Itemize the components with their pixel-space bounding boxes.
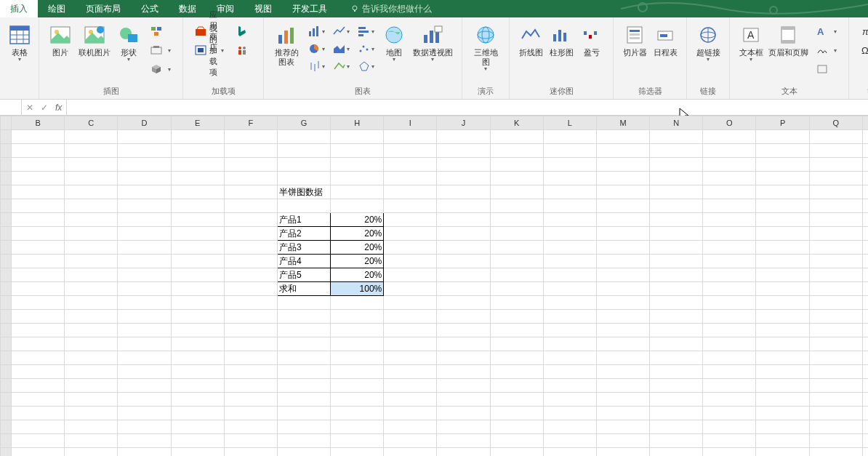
cell[interactable] — [12, 213, 65, 227]
cell[interactable] — [437, 172, 490, 185]
cell[interactable] — [277, 365, 330, 379]
cell[interactable] — [490, 324, 543, 337]
cell[interactable] — [543, 379, 596, 393]
cell[interactable] — [862, 144, 868, 158]
cell[interactable] — [543, 185, 596, 199]
cell[interactable] — [331, 310, 384, 324]
cell[interactable] — [12, 365, 65, 379]
cell[interactable] — [650, 185, 703, 199]
cell[interactable] — [437, 393, 490, 407]
cell[interactable] — [437, 282, 490, 296]
cell[interactable] — [384, 282, 437, 296]
cell[interactable]: 产品1 — [277, 213, 330, 227]
cell[interactable] — [118, 282, 171, 296]
cell[interactable] — [437, 448, 490, 457]
cell[interactable] — [277, 379, 330, 393]
cell[interactable]: 求和 — [277, 282, 330, 296]
header-footer-button[interactable]: 页眉和页脚 — [766, 22, 810, 57]
cell[interactable] — [490, 434, 543, 448]
cell[interactable] — [596, 420, 649, 434]
cell[interactable] — [596, 241, 649, 255]
cell[interactable] — [543, 407, 596, 420]
cell[interactable] — [596, 282, 649, 296]
cell[interactable] — [862, 130, 868, 144]
cell[interactable] — [224, 144, 277, 158]
cell[interactable] — [809, 365, 862, 379]
cell[interactable] — [490, 255, 543, 268]
cell[interactable] — [490, 185, 543, 199]
cell[interactable] — [650, 393, 703, 407]
cell[interactable] — [596, 407, 649, 420]
object-button[interactable] — [813, 61, 840, 77]
cell[interactable] — [756, 393, 809, 407]
cell[interactable] — [118, 310, 171, 324]
pie-chart-button[interactable]: ▾ — [306, 41, 326, 57]
cell[interactable] — [331, 296, 384, 310]
cell[interactable] — [650, 296, 703, 310]
cell[interactable] — [224, 282, 277, 296]
cell[interactable] — [171, 241, 224, 255]
cell[interactable] — [756, 420, 809, 434]
column-header[interactable]: F — [224, 116, 277, 130]
cell[interactable] — [384, 351, 437, 365]
cell[interactable] — [331, 365, 384, 379]
cell[interactable] — [224, 199, 277, 213]
cell[interactable] — [809, 420, 862, 434]
cell[interactable] — [224, 241, 277, 255]
cell[interactable] — [331, 158, 384, 172]
cell[interactable] — [224, 407, 277, 420]
cell[interactable] — [490, 337, 543, 351]
cell[interactable] — [65, 241, 118, 255]
cell[interactable] — [703, 434, 756, 448]
column-header[interactable]: L — [543, 116, 596, 130]
timeline-button[interactable]: 日程表 — [650, 22, 680, 57]
cell[interactable] — [756, 407, 809, 420]
cell[interactable] — [809, 324, 862, 337]
cell[interactable] — [224, 172, 277, 185]
cell[interactable] — [756, 448, 809, 457]
cell[interactable] — [490, 379, 543, 393]
cell[interactable] — [384, 213, 437, 227]
cell[interactable] — [437, 144, 490, 158]
cell[interactable] — [171, 213, 224, 227]
cell[interactable] — [65, 213, 118, 227]
cell[interactable]: 20% — [331, 241, 384, 255]
cell[interactable] — [331, 130, 384, 144]
cell[interactable]: 半饼图数据 — [277, 185, 330, 199]
cell[interactable] — [331, 144, 384, 158]
cell[interactable] — [490, 158, 543, 172]
cell[interactable] — [703, 255, 756, 268]
cell[interactable] — [384, 393, 437, 407]
cell[interactable] — [277, 144, 330, 158]
cell[interactable] — [596, 268, 649, 282]
cell[interactable] — [650, 434, 703, 448]
cell[interactable] — [756, 365, 809, 379]
cell[interactable] — [171, 420, 224, 434]
cell[interactable] — [12, 130, 65, 144]
cell[interactable] — [756, 296, 809, 310]
cell[interactable] — [756, 379, 809, 393]
cell[interactable] — [596, 130, 649, 144]
cell[interactable] — [543, 296, 596, 310]
cell[interactable] — [65, 227, 118, 241]
cell[interactable] — [490, 407, 543, 420]
name-box[interactable] — [0, 100, 22, 115]
enter-button[interactable]: ✓ — [41, 103, 48, 113]
map3d-button[interactable]: 三维地 图 ▾ — [468, 22, 503, 72]
column-header[interactable]: D — [118, 116, 171, 130]
cell[interactable] — [437, 213, 490, 227]
cell[interactable] — [65, 434, 118, 448]
cell[interactable] — [862, 268, 868, 282]
cell[interactable] — [118, 420, 171, 434]
cell[interactable] — [703, 337, 756, 351]
cell[interactable] — [703, 420, 756, 434]
cell[interactable] — [596, 310, 649, 324]
cell[interactable] — [809, 130, 862, 144]
signature-button[interactable]: ▾ — [813, 42, 840, 58]
cell[interactable] — [703, 268, 756, 282]
cell[interactable] — [490, 227, 543, 241]
cell[interactable]: 产品5 — [277, 268, 330, 282]
cell[interactable] — [437, 310, 490, 324]
cell[interactable] — [277, 351, 330, 365]
column-header[interactable]: K — [490, 116, 543, 130]
